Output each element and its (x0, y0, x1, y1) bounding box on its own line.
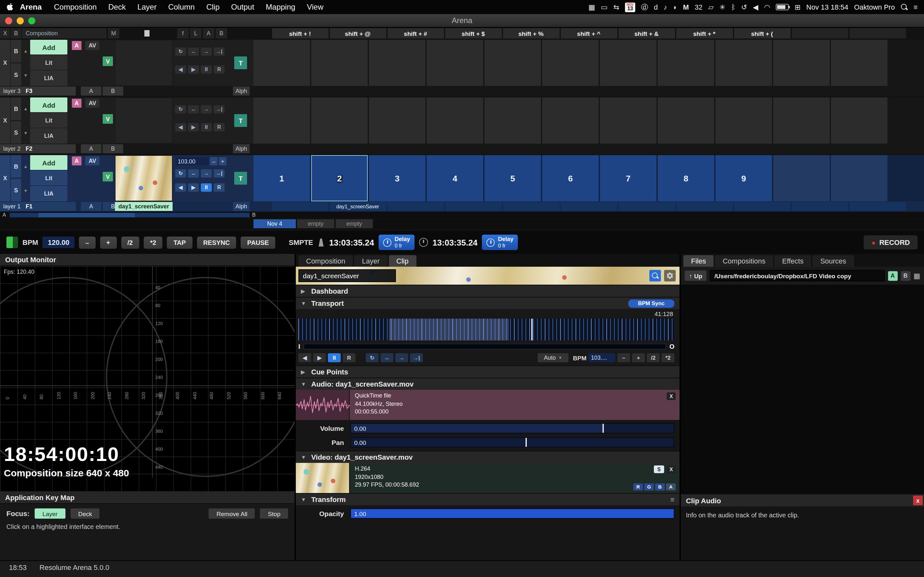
clip-slot-7[interactable]: 7 (600, 155, 656, 201)
network-name[interactable]: Oaktown Pro (854, 3, 895, 11)
cast-icon[interactable]: ▱ (708, 3, 714, 11)
bpm-sync-button[interactable]: BPM Sync (628, 299, 674, 308)
stop-button[interactable]: Stop (260, 508, 288, 519)
pingpong-icon[interactable]: ↔ (188, 105, 199, 113)
notification-center-icon[interactable]: ≡ (913, 3, 918, 11)
deck-tab-empty-1[interactable]: empty (297, 219, 334, 228)
remove-video-button[interactable]: X (667, 466, 676, 473)
clip-slot[interactable] (311, 40, 368, 86)
layer1-blend-add-button[interactable]: Add (30, 155, 67, 170)
in-out-track[interactable] (304, 343, 666, 350)
clip-slot[interactable] (542, 40, 599, 86)
beats-icon[interactable]: ♪ (664, 3, 667, 11)
pan-slider[interactable]: 0.00 (351, 437, 674, 448)
layer2-a-button[interactable]: A (81, 144, 102, 153)
opacity-slider[interactable]: 1.00 (351, 508, 674, 519)
battery-icon[interactable] (776, 4, 789, 10)
layer1-bpm-plus-button[interactable]: + (219, 157, 226, 165)
volume-slider[interactable]: 0.00 (351, 423, 674, 434)
loop-icon[interactable]: ↻ (175, 105, 186, 113)
layer1-thumbnail-button[interactable]: T (234, 172, 247, 185)
window-title-bar[interactable]: Arena (0, 14, 924, 27)
layer2-up-icon[interactable]: ▲ (23, 105, 29, 111)
clip-label[interactable] (503, 202, 559, 211)
loop-region[interactable] (389, 319, 509, 340)
clip-slot[interactable] (600, 40, 656, 86)
clip-search-button[interactable] (649, 270, 661, 282)
clip-label[interactable] (792, 202, 848, 211)
clip-name-field[interactable]: day1_screenSaver (298, 269, 396, 282)
layer1-down-icon[interactable]: ▼ (23, 187, 29, 193)
column-3-shortcut[interactable]: shift + # (387, 28, 444, 39)
tab-clip[interactable]: Clip (389, 255, 416, 267)
layer1-audiovideo-button[interactable]: AV (86, 156, 99, 165)
layer1-solo-button[interactable]: S (11, 179, 21, 201)
clip-label[interactable] (561, 202, 617, 211)
resync-icon[interactable]: R (214, 65, 225, 74)
zoom-window-button[interactable] (28, 17, 35, 24)
pause-icon[interactable]: II (201, 65, 212, 74)
clip-slot[interactable] (369, 40, 425, 86)
clip-slot[interactable] (831, 40, 887, 86)
clip-bpm-value[interactable]: 103.... (588, 353, 615, 362)
menu-view[interactable]: View (301, 3, 329, 11)
tab-files[interactable]: Files (683, 255, 714, 267)
play-backward-button[interactable]: ◀ (298, 353, 311, 362)
hold-icon[interactable]: →| (214, 169, 225, 177)
layer3-thumbnail-button[interactable]: T (234, 56, 247, 69)
grid-icon[interactable]: ▦ (588, 3, 595, 11)
bpm-plus-button[interactable]: + (100, 236, 116, 248)
pingpong-mode-button[interactable]: ↔ (381, 353, 393, 362)
crossfader-a-label[interactable]: A (3, 212, 6, 218)
clip-slot-5[interactable]: 5 (485, 155, 541, 201)
layer3-blend-lia-button[interactable]: LIA (30, 71, 67, 86)
clip-slot[interactable] (369, 97, 425, 143)
layer2-solo-button[interactable]: S (11, 121, 21, 143)
layer2-blend-lia-button[interactable]: LIA (30, 128, 67, 143)
column-6-shortcut[interactable]: shift + ^ (561, 28, 617, 39)
in-point-label[interactable]: I (298, 343, 300, 350)
layer3-audiovideo-button[interactable]: AV (86, 41, 99, 50)
clip-label[interactable] (734, 202, 790, 211)
clip-slot[interactable] (658, 40, 714, 86)
clip-slot[interactable] (254, 40, 310, 86)
clip-slot[interactable] (831, 155, 887, 201)
section-cue-points[interactable]: ▶Cue Points (296, 366, 680, 378)
column-1-shortcut[interactable]: shift + ! (272, 28, 328, 39)
focus-layer-button[interactable]: Layer (35, 508, 65, 519)
resync-icon[interactable]: R (214, 183, 225, 192)
pingpong-icon[interactable]: ↔ (188, 169, 199, 177)
smpte-timecode-2[interactable]: 13:03:35.24 (433, 237, 477, 247)
tap-button[interactable]: TAP (167, 236, 192, 248)
smpte-timecode-1[interactable]: 13:03:35.24 (329, 237, 374, 247)
output-monitor-view[interactable]: 4080120160200240280320360400440 04080120… (0, 266, 294, 492)
deck-tab-empty-2[interactable]: empty (336, 219, 373, 228)
section-transform[interactable]: ▼Transform≡ (296, 493, 680, 505)
drag-handle-icon[interactable]: ≡ (670, 496, 674, 503)
pause-button[interactable]: PAUSE (241, 236, 275, 248)
mirror-icon[interactable]: ⇆ (614, 3, 619, 11)
playhead[interactable] (531, 319, 533, 340)
menu-layer[interactable]: Layer (132, 3, 162, 11)
auto-pilot-dropdown[interactable]: Auto▼ (538, 353, 569, 362)
clip-slot-1[interactable]: 1 (254, 155, 310, 201)
focus-deck-button[interactable]: Deck (71, 508, 100, 519)
play-forward-icon[interactable]: ▶ (188, 183, 199, 192)
layer3-blend-add-button[interactable]: Add (30, 40, 67, 55)
clip-slot[interactable] (600, 97, 656, 143)
clip-slot[interactable] (658, 97, 714, 143)
collapse-icon[interactable]: ▶ (301, 288, 307, 294)
column-4-shortcut[interactable]: shift + $ (445, 28, 501, 39)
menu-clip[interactable]: Clip (200, 3, 225, 11)
spotlight-search-icon[interactable] (901, 3, 908, 11)
clip-slot[interactable] (716, 97, 772, 143)
layer3-video-button[interactable]: V (103, 56, 113, 66)
wifi-icon[interactable]: ◠ (764, 3, 770, 11)
layer1-blend-lit-button[interactable]: Lit (30, 171, 67, 185)
volume-icon[interactable]: ◀ (753, 3, 758, 11)
clip-label[interactable] (849, 202, 906, 211)
gmail-icon[interactable]: M (683, 3, 689, 11)
deck-b-button[interactable]: B (901, 271, 910, 280)
play-backward-icon[interactable]: ◀ (175, 123, 186, 131)
calendar-icon[interactable]: NOV13 (625, 2, 635, 12)
